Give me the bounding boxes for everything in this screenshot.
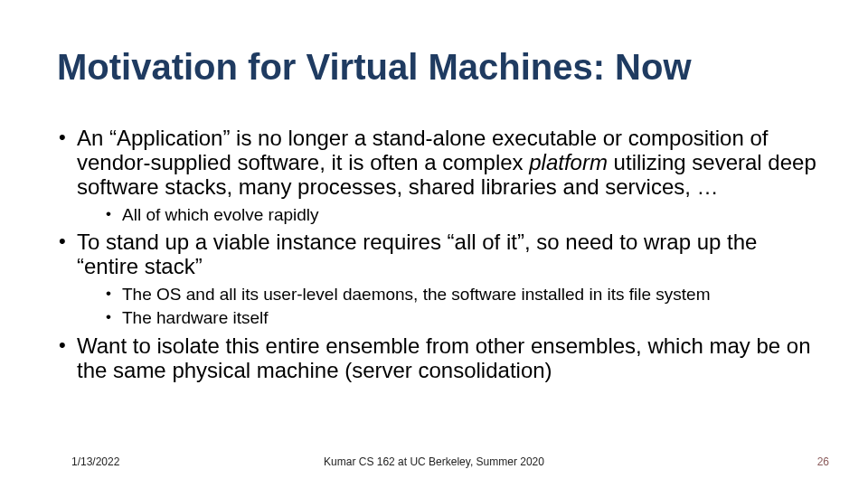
bullet-1: An “Application” is no longer a stand-al… [57,127,821,225]
bullet-3: Want to isolate this entire ensemble fro… [57,334,821,383]
bullet-1-sub-1: All of which evolve rapidly [104,205,821,226]
slide-title: Motivation for Virtual Machines: Now [57,47,692,88]
footer-center: Kumar CS 162 at UC Berkeley, Summer 2020 [0,455,868,468]
bullet-1-italic: platform [529,150,608,174]
bullet-3-text: Want to isolate this entire ensemble fro… [77,333,811,382]
bullet-2: To stand up a viable instance requires “… [57,230,821,328]
bullet-2-text: To stand up a viable instance requires “… [77,230,757,278]
bullet-2-sub-2: The hardware itself [104,308,821,329]
bullet-list: An “Application” is no longer a stand-al… [57,127,821,383]
slide-body: An “Application” is no longer a stand-al… [57,127,821,389]
footer-page-number: 26 [817,455,829,468]
bullet-1-sublist: All of which evolve rapidly [77,205,821,226]
slide: Motivation for Virtual Machines: Now An … [0,0,868,488]
footer: 1/13/2022 Kumar CS 162 at UC Berkeley, S… [0,450,868,468]
bullet-2-sublist: The OS and all its user-level daemons, t… [77,285,821,329]
bullet-2-sub-1: The OS and all its user-level daemons, t… [104,285,821,305]
